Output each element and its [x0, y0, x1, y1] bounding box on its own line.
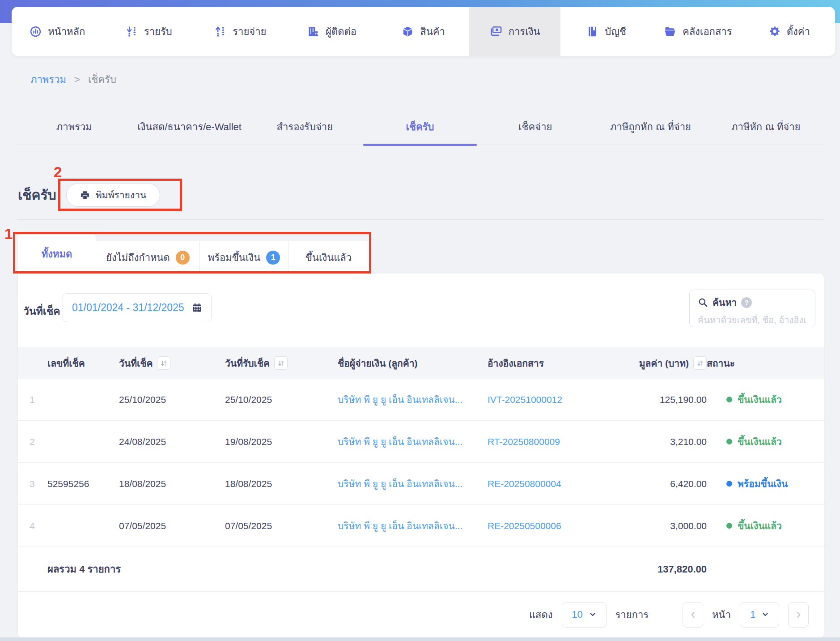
table-row: 125/10/202525/10/2025บริษัท พี ยู ยู เอ็…: [18, 379, 824, 421]
tab-3[interactable]: เช็ครับ: [362, 119, 478, 145]
doc-ref-link[interactable]: IVT-20251000012: [488, 394, 633, 405]
tab-1[interactable]: เงินสด/ธนาคาร/e-Wallet: [132, 119, 247, 145]
doc-ref-link[interactable]: RE-20250500006: [488, 521, 633, 531]
date-range-picker[interactable]: 01/01/2024 - 31/12/2025: [63, 293, 212, 322]
status-label: พร้อมขึ้นเงิน: [738, 476, 788, 491]
status-tab-all[interactable]: ทั้งหมด: [18, 234, 96, 274]
items-label: รายการ: [615, 607, 649, 623]
check-date-cell: 18/08/2025: [119, 479, 225, 489]
settings-icon: [769, 26, 781, 37]
column-header-label: เลขที่เช็ค: [47, 356, 85, 371]
amount-cell: 3,000.00: [633, 521, 707, 531]
status-cell: ขึ้นเงินแล้ว: [707, 518, 812, 533]
page-title: เช็ครับ: [18, 184, 56, 205]
accounting-icon: [586, 26, 598, 38]
nav-item-3[interactable]: ผู้ติดต่อ: [286, 7, 378, 56]
print-report-button[interactable]: พิมพ์รายงาน: [66, 183, 160, 207]
tab-5[interactable]: ภาษีถูกหัก ณ ที่จ่าย: [593, 119, 708, 145]
nav-item-label: การเงิน: [509, 24, 540, 39]
status-tab-3[interactable]: ขึ้นเงินแล้ว: [288, 241, 369, 274]
chevron-down-icon: [589, 611, 596, 618]
nav-item-label: ตั้งค่า: [787, 24, 810, 39]
sort-button[interactable]: [693, 356, 707, 370]
annotation-label-2: 2: [54, 164, 62, 181]
status-tab-1[interactable]: ยังไม่ถึงกำหนด0: [96, 241, 200, 274]
nav-item-8[interactable]: ตั้งค่า: [744, 7, 836, 56]
column-header-label: วันที่รับเช็ค: [225, 356, 270, 371]
status-dot-icon: [726, 439, 732, 444]
column-header-4: อ้างอิงเอกสาร: [488, 356, 633, 371]
row-index: 4: [30, 521, 47, 531]
bottom-strip: [0, 637, 840, 641]
doc-ref-link[interactable]: RT-20250800009: [488, 436, 633, 447]
received-date-cell: 25/10/2025: [225, 394, 338, 405]
status-cell: พร้อมขึ้นเงิน: [707, 476, 812, 491]
table-row: 35259525618/08/202518/08/2025บริษัท พี ย…: [18, 463, 824, 505]
page-size-select[interactable]: 10: [562, 602, 607, 628]
nav-item-6[interactable]: บัญชี: [560, 7, 652, 56]
sort-button[interactable]: [157, 356, 170, 370]
next-page-button[interactable]: [788, 602, 809, 628]
search-placeholder: ค้นหาด้วยเลขที่, ชื่อ, อ้างอิงเอ: [698, 313, 807, 327]
section-tabs: ภาพรวมเงินสด/ธนาคาร/e-Walletสำรองรับจ่าย…: [17, 119, 823, 145]
sort-icon: [277, 359, 285, 367]
status-tab-label: ขึ้นเงินแล้ว: [305, 250, 352, 265]
table-header: เลขที่เช็ควันที่เช็ควันที่รับเช็คชื่อผู้…: [18, 347, 824, 379]
payer-link[interactable]: บริษัท พี ยู ยู เอ็น อินเทลลิเจน...: [338, 518, 488, 533]
nav-item-7[interactable]: คลังเอกสาร: [652, 7, 744, 56]
content-card: วันที่เช็ค 01/01/2024 - 31/12/2025 ค้นหา…: [18, 273, 824, 638]
sort-button[interactable]: [274, 356, 288, 370]
title-divider: [17, 219, 823, 220]
check-date-cell: 25/10/2025: [119, 394, 225, 405]
status-cell: ขึ้นเงินแล้ว: [707, 434, 812, 449]
sort-icon: [160, 359, 168, 367]
payer-link[interactable]: บริษัท พี ยู ยู เอ็น อินเทลลิเจน...: [338, 476, 488, 491]
status-tab-label: พร้อมขึ้นเงิน: [208, 250, 260, 265]
amount-cell: 6,420.00: [633, 479, 707, 489]
page-number-value: 1: [750, 609, 755, 620]
status-dot-icon: [726, 481, 732, 487]
help-icon[interactable]: ?: [741, 297, 752, 308]
status-cell: ขึ้นเงินแล้ว: [707, 392, 812, 407]
printer-icon: [80, 190, 90, 200]
nav-item-1[interactable]: รายรับ: [103, 7, 195, 56]
prev-page-button[interactable]: [683, 602, 703, 628]
sort-icon: [696, 359, 704, 367]
tab-2[interactable]: สำรองรับจ่าย: [247, 119, 362, 145]
expense-icon: [214, 26, 226, 38]
status-label: ขึ้นเงินแล้ว: [738, 434, 782, 449]
nav-item-2[interactable]: รายจ่าย: [195, 7, 286, 56]
tab-4[interactable]: เช็คจ่าย: [478, 119, 593, 145]
filter-area: วันที่เช็ค 01/01/2024 - 31/12/2025 ค้นหา…: [18, 273, 824, 347]
received-date-cell: 18/08/2025: [225, 479, 338, 489]
breadcrumb-current: เช็ครับ: [88, 72, 116, 87]
nav-item-label: สินค้า: [420, 24, 445, 39]
payer-link[interactable]: บริษัท พี ยู ยู เอ็น อินเทลลิเจน...: [338, 434, 488, 449]
status-filter-tabs: ยังไม่ถึงกำหนด0พร้อมขึ้นเงิน1ขึ้นเงินแล้…: [96, 241, 369, 274]
tab-6[interactable]: ภาษีหัก ณ ที่จ่าย: [708, 119, 823, 145]
doc-ref-link[interactable]: RE-20250800004: [488, 479, 633, 489]
page-number-select[interactable]: 1: [740, 602, 779, 628]
received-date-cell: 07/05/2025: [225, 521, 338, 531]
print-report-label: พิมพ์รายงาน: [96, 188, 146, 202]
nav-item-label: หน้าหลัก: [48, 24, 85, 39]
nav-item-5[interactable]: การเงิน: [469, 7, 561, 56]
check-date-filter-label: วันที่เช็ค: [23, 303, 60, 319]
income-icon: [126, 26, 138, 38]
status-label: ขึ้นเงินแล้ว: [738, 392, 782, 407]
breadcrumb-parent-link[interactable]: ภาพรวม: [30, 72, 66, 87]
nav-item-0[interactable]: หน้าหลัก: [12, 7, 103, 56]
dashboard-icon: [30, 26, 42, 38]
payer-link[interactable]: บริษัท พี ยู ยู เอ็น อินเทลลิเจน...: [338, 392, 488, 407]
row-index: 3: [30, 479, 47, 489]
status-tab-2[interactable]: พร้อมขึ้นเงิน1: [200, 241, 288, 274]
tab-0[interactable]: ภาพรวม: [17, 119, 132, 145]
search-input[interactable]: ค้นหา ? ค้นหาด้วยเลขที่, ชื่อ, อ้างอิงเอ: [689, 290, 815, 327]
row-index: 2: [30, 436, 47, 447]
table-body: 125/10/202525/10/2025บริษัท พี ยู ยู เอ็…: [18, 379, 824, 547]
column-header-label: วันที่เช็ค: [119, 356, 153, 371]
check-date-cell: 07/05/2025: [119, 521, 225, 531]
status-count-badge: 0: [176, 251, 190, 265]
table-row: 407/05/202507/05/2025บริษัท พี ยู ยู เอ็…: [18, 505, 824, 547]
nav-item-4[interactable]: สินค้า: [378, 7, 469, 56]
